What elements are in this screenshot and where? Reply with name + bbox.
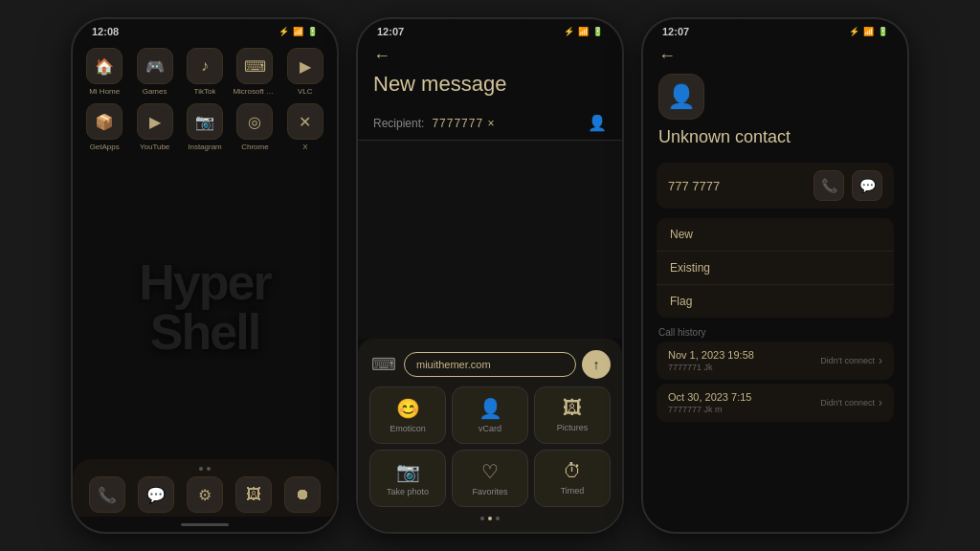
app-instagram[interactable]: 📷 Instagram <box>183 103 227 151</box>
add-recipient-icon[interactable]: 👤 <box>588 114 607 132</box>
battery-icon-2: 🔋 <box>592 27 603 36</box>
text-input-row: ⌨ miuithemer.com ↑ <box>366 346 614 386</box>
back-button-3[interactable]: ← <box>643 40 907 66</box>
p2-dot-1 <box>480 517 484 520</box>
call-status-row-1: Didn't connect › <box>820 354 882 367</box>
battery-icon-3: 🔋 <box>878 27 888 36</box>
signal-icon-3: 📶 <box>863 27 874 36</box>
hyper-line1: Hyper <box>139 254 270 310</box>
time-2: 12:07 <box>377 26 404 37</box>
call-number-2: 7777777 Jk m <box>668 405 751 414</box>
message-body[interactable] <box>358 141 622 339</box>
phones-container: 12:08 ⚡ 📶 🔋 🏠 Mi Home 🎮 Games ♪ <box>0 0 980 551</box>
dock-gallery[interactable]: 🖼 <box>235 476 272 513</box>
youtube-icon: ▶ <box>137 103 173 140</box>
phone-action-buttons: 📞 💬 <box>813 170 882 201</box>
call-button[interactable]: 📞 <box>813 170 844 201</box>
status-icons-1: ⚡ 📶 🔋 <box>278 27 318 36</box>
attach-timed[interactable]: ⏱ Timed <box>534 450 611 507</box>
chrome-icon: ◎ <box>236 103 273 140</box>
recipient-label: Recipient: <box>373 117 424 130</box>
getapps-icon: 📦 <box>86 103 122 140</box>
instagram-label: Instagram <box>188 143 222 151</box>
app-youtube[interactable]: ▶ YouTube <box>132 103 176 151</box>
app-games[interactable]: 🎮 Games <box>132 48 176 96</box>
p2-dot-3 <box>496 517 500 520</box>
chrome-label: Chrome <box>241 143 268 151</box>
phone3: 12:07 ⚡ 📶 🔋 ← 👤 Unknown contact 777 7777… <box>641 17 909 534</box>
message-screen-title: New message <box>358 66 622 106</box>
notch3 <box>737 19 813 27</box>
pictures-label: Pictures <box>557 423 589 432</box>
app-getapps[interactable]: 📦 GetApps <box>82 103 126 151</box>
hyper-line2: Shell <box>150 304 259 360</box>
dock-camera[interactable]: ⏺ <box>284 476 321 513</box>
dock-settings[interactable]: ⚙ <box>187 476 223 513</box>
time-1: 12:08 <box>92 26 119 37</box>
option-existing[interactable]: Existing <box>657 252 894 285</box>
notch2 <box>452 19 528 27</box>
recipient-row: Recipient: 7777777 × 👤 <box>358 106 622 141</box>
attach-emoticon[interactable]: 😊 Emoticon <box>369 386 446 444</box>
chevron-icon-1: › <box>879 354 882 367</box>
chevron-icon-2: › <box>879 396 882 409</box>
attachment-grid: 😊 Emoticon 👤 vCard 🖼 Pictures 📷 Take pho… <box>366 386 614 513</box>
call-history-item-1[interactable]: Nov 1, 2023 19:58 7777771 Jk Didn't conn… <box>657 342 894 380</box>
app-vlc[interactable]: ▶ VLC <box>283 48 327 96</box>
app-grid-row2: 📦 GetApps ▶ YouTube 📷 Instagram ◎ Chrome… <box>82 99 327 155</box>
dock-phone[interactable]: 📞 <box>89 476 125 513</box>
app-swiftkey[interactable]: ⌨ Microsoft SwiftKey... <box>233 48 277 96</box>
call-date-2: Oct 30, 2023 7:15 <box>668 391 751 403</box>
message-screen: ← New message Recipient: 7777777 × 👤 ⌨ m… <box>358 40 622 532</box>
dock-dots <box>199 467 211 471</box>
message-input[interactable]: miuithemer.com <box>404 352 576 377</box>
games-label: Games <box>143 87 167 96</box>
attach-favorites[interactable]: ♡ Favorites <box>452 450 528 507</box>
vlc-icon: ▶ <box>287 48 323 84</box>
option-new[interactable]: New <box>657 218 894 252</box>
send-button[interactable]: ↑ <box>582 350 611 379</box>
attach-photo[interactable]: 📷 Take photo <box>369 450 446 507</box>
option-flag[interactable]: Flag <box>657 285 894 318</box>
app-mihome[interactable]: 🏠 Mi Home <box>82 48 126 96</box>
hypershell-text: Hyper Shell <box>139 257 270 357</box>
vcard-label: vCard <box>479 424 501 433</box>
youtube-label: YouTube <box>140 143 169 151</box>
back-button-2[interactable]: ← <box>358 40 622 66</box>
games-icon: 🎮 <box>137 48 173 84</box>
app-x[interactable]: ✕ X <box>283 103 327 151</box>
sms-button[interactable]: 💬 <box>852 170 882 201</box>
call-info-1: Nov 1, 2023 19:58 7777771 Jk <box>668 349 754 372</box>
bluetooth-icon-2: ⚡ <box>564 27 574 36</box>
attach-pictures[interactable]: 🖼 Pictures <box>534 386 611 444</box>
app-grid-row1: 🏠 Mi Home 🎮 Games ♪ TikTok ⌨ Microsoft S… <box>82 44 327 99</box>
mihome-icon: 🏠 <box>86 48 122 84</box>
app-tiktok[interactable]: ♪ TikTok <box>183 48 227 96</box>
swiftkey-icon: ⌨ <box>236 48 273 84</box>
keyboard-area: ⌨ miuithemer.com ↑ 😊 Emoticon 👤 vCard 🖼 <box>358 339 622 532</box>
time-3: 12:07 <box>662 26 689 37</box>
keyboard-toggle-icon[interactable]: ⌨ <box>369 354 398 375</box>
dock-area: 📞 💬 ⚙ 🖼 ⏺ <box>73 459 337 517</box>
call-history-label: Call history <box>657 327 894 338</box>
swiftkey-label: Microsoft SwiftKey... <box>233 87 277 96</box>
call-status-1: Didn't connect <box>820 356 875 365</box>
dock-dot-2 <box>207 467 211 471</box>
home-screen: 🏠 Mi Home 🎮 Games ♪ TikTok ⌨ Microsoft S… <box>73 40 337 517</box>
home-indicator-1 <box>181 523 229 526</box>
call-history-item-2[interactable]: Oct 30, 2023 7:15 7777777 Jk m Didn't co… <box>657 384 894 422</box>
bluetooth-icon: ⚡ <box>278 27 289 36</box>
dock-messages[interactable]: 💬 <box>138 476 174 513</box>
contact-name: Unknown contact <box>658 127 791 147</box>
battery-icon: 🔋 <box>307 27 318 36</box>
hypershell-bg: Hyper Shell <box>73 159 337 455</box>
contact-options: New Existing Flag <box>657 218 894 318</box>
attach-vcard[interactable]: 👤 vCard <box>452 386 528 444</box>
bottom-bar-1 <box>73 517 337 532</box>
p2-dots <box>480 517 500 520</box>
recipient-value[interactable]: 7777777 × <box>432 117 580 130</box>
signal-icon: 📶 <box>293 27 303 36</box>
app-chrome[interactable]: ◎ Chrome <box>233 103 277 151</box>
status-icons-2: ⚡ 📶 🔋 <box>564 27 603 36</box>
photo-label: Take photo <box>387 487 429 496</box>
